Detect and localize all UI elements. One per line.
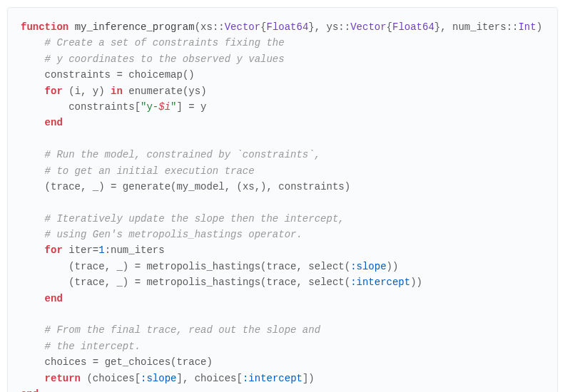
comma: ,	[267, 181, 279, 192]
brace: {	[387, 21, 392, 33]
brace: }	[308, 21, 314, 33]
fn-select: select	[308, 261, 344, 272]
comment: # Run the model, constrained by `constra…	[45, 149, 320, 160]
paren: (	[345, 261, 350, 272]
equals: =	[111, 181, 116, 192]
var-numiters: num_iters	[111, 244, 165, 256]
paren: ()	[183, 69, 195, 81]
symbol-intercept: :intercept	[350, 277, 410, 288]
trace-tuple: (trace, _)	[68, 261, 128, 272]
bracket: [	[135, 101, 141, 113]
bracket: [	[237, 373, 243, 384]
fn-enumerate: enumerate	[128, 86, 183, 97]
fn-choicemap: choicemap	[128, 69, 183, 81]
trace-tuple: (trace, _)	[68, 277, 128, 288]
type-vector: Vector	[225, 21, 260, 33]
paren: (	[195, 21, 200, 33]
paren: )	[206, 356, 212, 368]
symbol-slope: :slope	[350, 261, 386, 272]
bracket: [	[135, 373, 141, 384]
comment: # y coordinates to the observed y values	[45, 53, 285, 65]
arg-trace: trace	[267, 261, 297, 272]
var-choices: choices	[45, 356, 87, 368]
bracket: ]	[176, 373, 182, 384]
type-float64: Float64	[267, 21, 309, 33]
symbol-slope: :slope	[141, 373, 176, 384]
paren: (	[260, 277, 266, 288]
paren: ))	[410, 277, 422, 288]
comma: ,	[440, 21, 452, 33]
keyword-end: end	[45, 293, 63, 304]
colon: :	[105, 244, 111, 256]
function-name: my_inference_program	[75, 21, 195, 33]
comma: ,	[315, 21, 327, 33]
equals: =	[135, 261, 141, 272]
var-choices: choices	[195, 373, 237, 384]
arg-mymodel: my_model	[176, 181, 224, 192]
string-y: "y-	[141, 101, 158, 113]
paren: )	[345, 181, 350, 192]
brace: {	[260, 21, 266, 33]
fn-getchoices: get_choices	[105, 356, 170, 368]
comment: # Create a set of constraints fixing the	[45, 37, 285, 48]
comment: # the intercept.	[45, 341, 141, 352]
paren: (	[86, 373, 92, 384]
keyword-for: for	[45, 86, 63, 97]
double-colon: ::	[213, 21, 225, 33]
keyword-end: end	[45, 117, 63, 128]
code-block: function my_inference_program(xs::Vector…	[7, 7, 558, 392]
arg-constraints: constraints	[278, 181, 344, 192]
loop-vars: (i, y)	[68, 86, 104, 97]
symbol-intercept: :intercept	[243, 373, 302, 384]
var-constraints: constraints	[45, 69, 111, 81]
paren: )	[308, 373, 314, 384]
comment: # using Gen's metropolis_hastings operat…	[45, 229, 302, 240]
param-ys: ys	[327, 21, 339, 33]
comma: ,	[297, 277, 309, 288]
comma: ,	[297, 261, 309, 272]
equals: =	[135, 277, 141, 288]
equals: =	[116, 69, 122, 81]
paren: ))	[387, 261, 399, 272]
type-float64: Float64	[392, 21, 434, 33]
trace-tuple: (trace, _)	[45, 181, 105, 192]
type-int: Int	[518, 21, 536, 33]
paren: )	[536, 21, 542, 33]
keyword-for: for	[45, 244, 63, 256]
fn-mh: metropolis_hastings	[146, 261, 260, 272]
var-choices: choices	[93, 373, 135, 384]
equals: =	[93, 356, 98, 368]
comment: # From the final trace, read out the slo…	[45, 324, 320, 336]
keyword-return: return	[45, 373, 81, 384]
double-colon: ::	[507, 21, 519, 33]
var-constraints: constraints	[68, 101, 134, 113]
loop-iter: iter	[68, 244, 93, 256]
var-y: y	[200, 101, 206, 113]
arg-trace: trace	[176, 356, 206, 368]
equals: =	[93, 244, 98, 256]
type-vector: Vector	[350, 21, 386, 33]
fn-select: select	[308, 277, 344, 288]
fn-mh: metropolis_hastings	[146, 277, 260, 288]
paren: (	[260, 261, 266, 272]
fn-generate: generate	[123, 181, 170, 192]
keyword-in: in	[111, 86, 123, 97]
param-numiters: num_iters	[452, 21, 507, 33]
bracket: ]	[176, 101, 182, 113]
comment: # to get an initial execution trace	[45, 165, 255, 177]
equals: =	[188, 101, 194, 113]
param-xs: xs	[200, 21, 213, 33]
paren: (	[345, 277, 350, 288]
paren: )	[200, 86, 206, 97]
arg-xs: (xs,)	[237, 181, 267, 192]
keyword-end: end	[21, 388, 39, 392]
double-colon: ::	[338, 21, 350, 33]
brace: }	[434, 21, 440, 33]
interp-i: $i	[158, 101, 170, 113]
keyword-function: function	[21, 21, 68, 33]
comma: ,	[225, 181, 237, 192]
comment: # Iteratively update the slope then the …	[45, 213, 345, 225]
number-1: 1	[98, 244, 104, 256]
arg-trace: trace	[267, 277, 297, 288]
comma: ,	[183, 373, 195, 384]
